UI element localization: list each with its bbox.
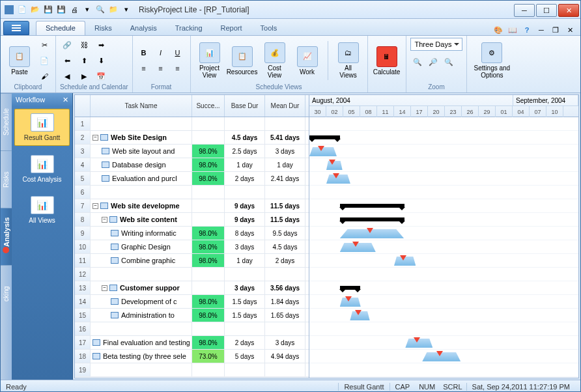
table-row[interactable]: 6 — [75, 186, 309, 199]
unlink-icon[interactable]: ⛓ — [77, 38, 91, 52]
cell-base[interactable] — [225, 186, 265, 199]
project-view-button[interactable]: 📊Project View — [195, 39, 225, 82]
cell-base[interactable]: 1 day — [225, 254, 265, 267]
cell-mean[interactable]: 11.5 days — [265, 199, 305, 212]
qat-dropdown-icon[interactable]: ▾ — [120, 4, 132, 16]
folder-icon[interactable]: 📁 — [107, 4, 119, 16]
cell-mean[interactable] — [265, 117, 305, 130]
tab-schedule[interactable]: Schedule — [36, 21, 85, 35]
cell-mean[interactable]: 4.94 days — [265, 350, 305, 363]
cell-base[interactable] — [225, 117, 265, 130]
cell-success[interactable]: 98.0% — [192, 227, 225, 240]
cell-success[interactable]: 98.0% — [192, 145, 225, 158]
cell-base[interactable]: 1 day — [225, 158, 265, 171]
table-row[interactable]: 11Combine graphic98.0%1 day2 days — [75, 254, 309, 268]
cell-base[interactable]: 2 days — [225, 336, 265, 349]
cell-base[interactable]: 9 days — [225, 213, 265, 226]
gantt-row[interactable] — [309, 227, 578, 240]
table-row[interactable]: 1 — [75, 117, 309, 131]
cell-name[interactable]: −Customer suppor — [91, 281, 192, 294]
resources-button[interactable]: 📋Resources — [227, 39, 257, 82]
cell-name[interactable] — [91, 186, 192, 199]
style-icon[interactable]: 🎨 — [493, 25, 503, 35]
gantt-row[interactable] — [309, 172, 578, 186]
close-button[interactable]: ✕ — [558, 4, 579, 17]
save-all-icon[interactable]: 💾 — [55, 4, 67, 16]
vtab-tracking[interactable]: cking — [1, 265, 12, 322]
cell-success[interactable]: 98.0% — [192, 309, 225, 322]
table-row[interactable]: 17Final evaluation and testing98.0%2 day… — [75, 336, 309, 350]
cell-base[interactable]: 3 days — [225, 240, 265, 253]
workflow-item[interactable]: 📊All Views — [12, 189, 72, 231]
cell-success[interactable]: 98.0% — [192, 158, 225, 171]
collapse-icon[interactable]: − — [92, 203, 98, 209]
gantt-row[interactable] — [309, 131, 578, 145]
file-button[interactable] — [3, 21, 29, 35]
cell-mean[interactable] — [265, 268, 305, 281]
cell-base[interactable]: 4.5 days — [225, 131, 265, 144]
cell-success[interactable]: 98.0% — [192, 336, 225, 349]
workflow-item[interactable]: 📊Result Gantt — [14, 109, 70, 146]
table-row[interactable]: 15Administration to98.0%1.5 days1.65 day… — [75, 309, 309, 322]
col-meandur[interactable]: Mean Dur — [265, 95, 305, 117]
table-row[interactable]: 14Development of c98.0%1.5 days1.84 days — [75, 295, 309, 309]
cell-success[interactable]: 73.0% — [192, 350, 225, 363]
cell-mean[interactable] — [265, 186, 305, 199]
cell-name[interactable] — [91, 268, 192, 281]
dropdown-icon[interactable]: ▾ — [81, 4, 93, 16]
tab-analysis[interactable]: Analysis — [121, 21, 166, 35]
cell-name[interactable] — [91, 322, 192, 335]
cell-mean[interactable]: 3 days — [265, 336, 305, 349]
gantt-row[interactable] — [309, 254, 578, 268]
gantt-row[interactable] — [309, 240, 578, 254]
table-row[interactable]: 3Web site layout and98.0%2.5 days3 days — [75, 145, 309, 158]
gantt-row[interactable] — [309, 199, 578, 213]
align-left-button[interactable]: ≡ — [137, 61, 151, 76]
cell-success[interactable] — [192, 322, 225, 335]
gantt-row[interactable] — [309, 309, 578, 322]
cell-name[interactable]: Development of c — [91, 295, 192, 308]
cell-mean[interactable]: 3.56 days — [265, 281, 305, 294]
cell-base[interactable] — [225, 363, 265, 376]
table-row[interactable]: 19 — [75, 363, 309, 377]
next-icon[interactable]: ▶ — [77, 69, 91, 83]
cell-base[interactable]: 1.5 days — [225, 295, 265, 308]
new-icon[interactable]: 📄 — [16, 4, 28, 16]
table-row[interactable]: 10Graphic Design98.0%3 days4.5 days — [75, 240, 309, 254]
indent-icon[interactable]: ➡ — [94, 38, 108, 52]
cost-view-button[interactable]: 💰Cost View — [260, 39, 290, 82]
workflow-close-icon[interactable]: ✕ — [63, 96, 68, 104]
zoom-out-icon[interactable]: 🔎 — [426, 55, 440, 69]
cell-success[interactable] — [192, 268, 225, 281]
help-book-icon[interactable]: 📖 — [507, 25, 518, 35]
maximize-button[interactable]: ☐ — [536, 4, 557, 17]
outdent-icon[interactable]: ⬅ — [60, 53, 74, 68]
cell-name[interactable] — [91, 363, 192, 376]
gantt-row[interactable] — [309, 281, 578, 295]
cell-mean[interactable] — [265, 322, 305, 335]
cut-icon[interactable]: ✂ — [37, 38, 51, 52]
search-icon[interactable]: 🔍 — [94, 4, 106, 16]
move-up-icon[interactable]: ⬆ — [77, 53, 91, 68]
align-center-button[interactable]: ≡ — [154, 61, 168, 76]
gantt-row[interactable] — [309, 295, 578, 309]
gantt-row[interactable] — [309, 268, 578, 281]
zoom-combo[interactable]: Three Days — [410, 38, 463, 51]
cell-mean[interactable]: 5.41 days — [265, 131, 305, 144]
cell-mean[interactable]: 1.65 days — [265, 309, 305, 322]
collapse-icon[interactable]: − — [102, 285, 107, 291]
cell-name[interactable]: Administration to — [91, 309, 192, 322]
tab-tracking[interactable]: Tracking — [166, 21, 212, 35]
cell-name[interactable] — [91, 117, 192, 130]
workflow-item[interactable]: 📊Cost Analysis — [12, 148, 72, 189]
zoom-in-icon[interactable]: 🔍 — [410, 55, 425, 69]
cell-success[interactable]: 98.0% — [192, 240, 225, 253]
calendar-icon[interactable]: 📅 — [94, 69, 108, 83]
table-row[interactable]: 4Database design98.0%1 day1 day — [75, 158, 309, 172]
cell-name[interactable]: Database design — [91, 158, 192, 171]
gantt-row[interactable] — [309, 336, 578, 350]
cell-base[interactable] — [225, 268, 265, 281]
cell-success[interactable]: 98.0% — [192, 254, 225, 267]
col-success[interactable]: Succe... — [192, 95, 225, 117]
cell-mean[interactable]: 9.5 days — [265, 227, 305, 240]
